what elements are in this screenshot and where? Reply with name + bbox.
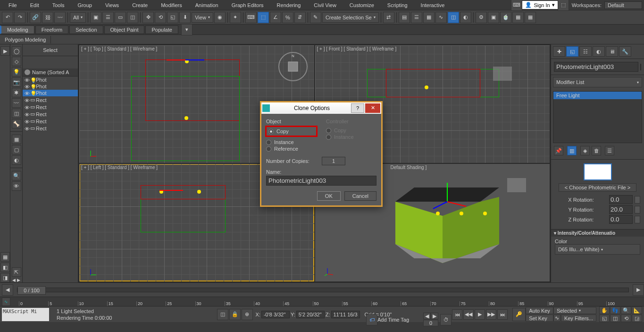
mini-curve-icon[interactable]: ∿	[2, 298, 10, 306]
zoom-extents-icon[interactable]: ◱	[599, 315, 610, 322]
undo-icon[interactable]: ↶	[2, 12, 13, 23]
setkey-button[interactable]: Set Key	[526, 315, 553, 322]
layout-single-icon[interactable]: ▦	[0, 252, 10, 262]
show-end-result-icon[interactable]: ▥	[567, 146, 577, 155]
layers-icon[interactable]: ☰	[411, 12, 422, 23]
radio-copy[interactable]: Copy	[268, 128, 314, 135]
scene-filter-icon[interactable]	[25, 69, 30, 75]
spinner[interactable]	[635, 216, 640, 223]
spinner[interactable]	[635, 206, 640, 213]
layout-template-icon[interactable]: ◧	[0, 263, 10, 272]
workspace-dropdown[interactable]: Default	[604, 1, 642, 9]
make-unique-icon[interactable]: ◈	[580, 146, 590, 155]
menu-create[interactable]: Create	[125, 2, 154, 8]
keyboard-icon[interactable]: ⌨	[511, 0, 522, 11]
radio-instance[interactable]: Instance	[266, 139, 317, 145]
sel-obj-icon[interactable]: ◯	[12, 46, 21, 56]
mirror-icon[interactable]: ⇄	[383, 12, 394, 23]
time-config-icon[interactable]: ⏱	[440, 314, 452, 325]
choose-file-button[interactable]: < Choose Photometric File >	[559, 183, 636, 192]
menu-edit[interactable]: Edit	[24, 2, 46, 8]
rotate-icon[interactable]: ⟲	[155, 12, 166, 23]
stack-item[interactable]: Free Light	[553, 92, 642, 99]
move-icon[interactable]: ✥	[142, 12, 154, 23]
eye-icon[interactable]: 👁	[25, 77, 29, 82]
eye-icon[interactable]: 👁	[25, 98, 29, 102]
select-object-icon[interactable]: ▣	[90, 12, 101, 23]
bind-spacewarp-icon[interactable]: 〰	[54, 12, 66, 23]
viewport-label[interactable]: [ + ] [ Top ] [ Standard ] [ Wireframe ]	[81, 46, 157, 51]
key-target-dropdown[interactable]: Selected▾	[553, 307, 596, 314]
ribbon-objectpaint[interactable]: Object Paint	[104, 26, 145, 34]
key-mode-icon[interactable]: 🔑	[512, 308, 526, 321]
clone-name-field[interactable]	[266, 176, 376, 186]
toggle-ribbon-icon[interactable]: ▦	[423, 12, 435, 23]
align-icon[interactable]: ▤	[399, 12, 410, 23]
scale-icon[interactable]: ◱	[167, 12, 178, 23]
scene-row[interactable]: 👁▭Rect	[23, 118, 78, 125]
step-back-icon[interactable]: ◀	[423, 313, 431, 319]
edit-named-sel-icon[interactable]: ✎	[310, 12, 321, 23]
spinner[interactable]	[635, 196, 640, 204]
ribbon-freeform[interactable]: Freeform	[35, 26, 69, 34]
timeline-left-icon[interactable]: ◀	[2, 284, 13, 296]
menu-group[interactable]: Group	[71, 2, 99, 8]
menu-animation[interactable]: Animation	[189, 2, 225, 8]
ribbon-selection[interactable]: Selection	[69, 26, 103, 34]
add-time-tag-label[interactable]: Add Time Tag	[377, 317, 409, 323]
timeline[interactable]: ◀ 0 / 100 ▶	[0, 282, 644, 297]
time-slider-thumb[interactable]: 0 / 100	[17, 286, 46, 295]
sel-shape-icon[interactable]: ◇	[12, 57, 21, 66]
snap-toggle-icon[interactable]: ⬚	[258, 12, 269, 23]
add-time-tag-icon[interactable]: 🏷	[366, 314, 377, 325]
window-crossing-icon[interactable]: ◫	[127, 12, 138, 23]
render-arnold-icon[interactable]: ▦	[525, 12, 536, 23]
render-production-icon[interactable]: 🍵	[500, 12, 511, 23]
numcopies-field[interactable]: 1	[322, 157, 345, 165]
spinner-snap-icon[interactable]: ⇵	[294, 12, 306, 23]
eye-icon[interactable]: 👁	[25, 112, 29, 117]
ribbon-modeling[interactable]: Modeling	[0, 26, 34, 34]
cancel-button[interactable]: Cancel	[344, 191, 376, 201]
close-button[interactable]: ✕	[365, 103, 380, 113]
named-selection-dropdown[interactable]: Create Selection Se▾	[322, 12, 379, 23]
object-box[interactable]	[493, 67, 512, 81]
coord-z[interactable]: 11'11 16/3	[331, 311, 360, 318]
sel-bone-icon[interactable]: 🦴	[12, 119, 21, 128]
timeline-right-icon[interactable]: ▶	[633, 284, 644, 296]
key-filters-button[interactable]: Key Filters...	[561, 315, 596, 322]
play-icon[interactable]: ▶	[475, 309, 485, 320]
scene-row[interactable]: 👁▭Rect	[23, 96, 78, 103]
link-icon[interactable]: 🔗	[30, 12, 41, 23]
pin-stack-icon[interactable]: 📌	[554, 146, 563, 155]
viewport-label[interactable]: [ + ] [ Left ] [ Standard ] [ Wireframe …	[81, 165, 158, 170]
menu-interactive[interactable]: Interactive	[414, 2, 452, 8]
menu-modifiers[interactable]: Modifiers	[154, 2, 189, 8]
scene-row[interactable]: 👁💡Phot	[23, 90, 78, 96]
sel-camera-icon[interactable]: 📷	[12, 77, 21, 87]
autokey-button[interactable]: Auto Key	[526, 307, 553, 314]
light-object[interactable]	[425, 85, 428, 89]
motion-tab-icon[interactable]: ◐	[593, 46, 605, 57]
radio-reference[interactable]: Reference	[266, 145, 317, 152]
layout-add-icon[interactable]: ◨	[0, 273, 10, 282]
display-tab-icon[interactable]: 🖥	[606, 46, 618, 57]
manipulate-icon[interactable]: ✦	[230, 12, 241, 23]
modify-tab-icon[interactable]: ◱	[566, 46, 578, 57]
menu-views[interactable]: Views	[99, 2, 125, 8]
rectangular-region-icon[interactable]: ▭	[115, 12, 126, 23]
ref-coord-dropdown[interactable]: View▾	[192, 12, 213, 23]
current-frame-field[interactable]: 0	[423, 320, 438, 326]
scene-row[interactable]: 👁▭Rect	[23, 111, 78, 118]
menu-scripting[interactable]: Scripting	[381, 2, 414, 8]
transform-type-in-icon[interactable]: ⊕	[242, 309, 253, 320]
gizmo-axis-x[interactable]	[167, 60, 185, 60]
time-slider[interactable]: 0 / 100	[17, 288, 629, 292]
pivot-center-icon[interactable]: ◉	[214, 12, 226, 23]
pan-icon[interactable]: ✋	[599, 306, 610, 314]
zoom-all-icon[interactable]: ◫	[610, 315, 620, 322]
modifier-list-dropdown[interactable]: Modifier List▾	[553, 77, 642, 87]
remove-modifier-icon[interactable]: 🗑	[592, 146, 601, 155]
zrot-field[interactable]	[609, 215, 633, 224]
ok-button[interactable]: OK	[317, 191, 341, 201]
